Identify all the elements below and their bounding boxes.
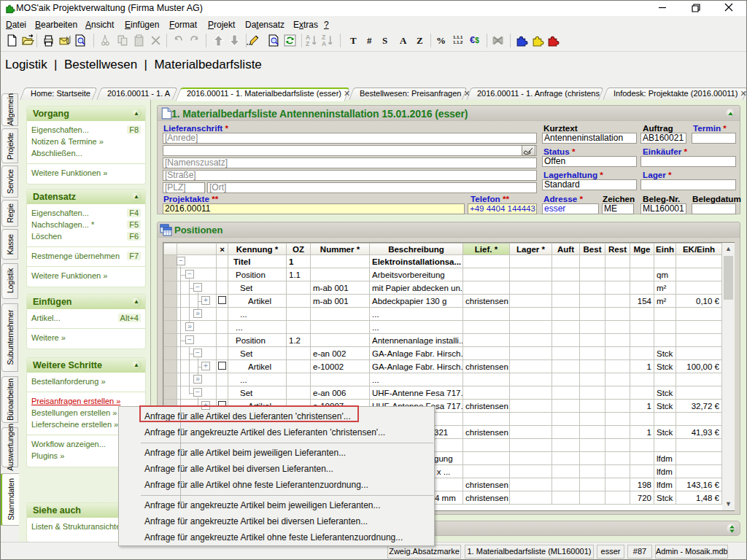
svg-text:A: A — [322, 40, 326, 47]
svg-text:Z: Z — [306, 40, 309, 47]
